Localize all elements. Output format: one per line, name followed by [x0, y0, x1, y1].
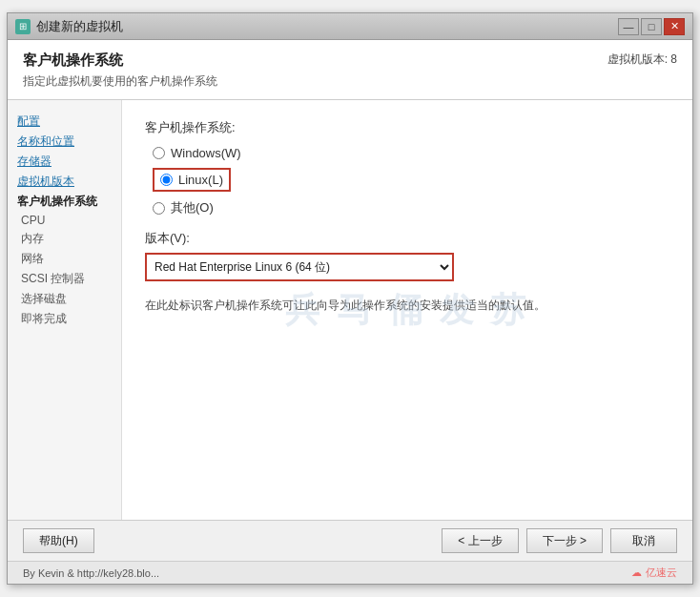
sidebar-item-name-location[interactable]: 名称和位置: [17, 132, 112, 152]
radio-windows-label: Windows(W): [171, 146, 241, 160]
radio-other[interactable]: 其他(O): [153, 199, 669, 216]
main-panel: 兵 马 俑 发 苏 客户机操作系统: Windows(W) Linux(L): [122, 100, 692, 520]
cancel-button[interactable]: 取消: [610, 528, 677, 553]
sidebar-item-scsi[interactable]: SCSI 控制器: [17, 269, 112, 289]
radio-linux-label: Linux(L): [178, 173, 223, 187]
content-area: 配置 名称和位置 存储器 虚拟机版本 客户机操作系统 CPU 内存 网络 SCS…: [8, 100, 692, 520]
os-radio-group: Windows(W) Linux(L) 其他(O): [153, 146, 669, 216]
sidebar-item-storage[interactable]: 存储器: [17, 152, 112, 172]
sidebar-item-peizhi[interactable]: 配置: [17, 112, 112, 132]
description-text: 在此处标识客户机操作系统可让此向导为此操作系统的安装提供适当的默认值。: [145, 297, 669, 315]
sidebar-item-network[interactable]: 网络: [17, 249, 112, 269]
os-section-label: 客户机操作系统:: [145, 119, 669, 136]
credit-text: By Kevin & http://kely28.blo...: [23, 567, 159, 579]
logo-text: 亿速云: [646, 566, 677, 580]
main-window: ⊞ 创建新的虚拟机 — □ ✕ 客户机操作系统 指定此虚拟机要使用的客户机操作系…: [7, 12, 693, 585]
radio-windows-input[interactable]: [153, 147, 165, 159]
minimize-button[interactable]: —: [618, 18, 639, 35]
radio-linux[interactable]: Linux(L): [153, 168, 669, 192]
header-area: 客户机操作系统 指定此虚拟机要使用的客户机操作系统 虚拟机版本: 8: [8, 40, 692, 100]
prev-button[interactable]: < 上一步: [442, 528, 518, 553]
close-button[interactable]: ✕: [664, 18, 685, 35]
sidebar-item-cpu[interactable]: CPU: [17, 212, 112, 229]
radio-other-input[interactable]: [153, 202, 165, 215]
help-button[interactable]: 帮助(H): [23, 528, 94, 553]
nav-buttons: < 上一步 下一步 > 取消: [442, 528, 677, 553]
page-subtitle: 指定此虚拟机要使用的客户机操作系统: [23, 73, 217, 90]
logo-icon: ☁: [631, 566, 642, 579]
radio-windows[interactable]: Windows(W): [153, 146, 669, 160]
vm-version-label: 虚拟机版本: 8: [607, 51, 677, 68]
window-title: 创建新的虚拟机: [36, 18, 123, 35]
next-button[interactable]: 下一步 >: [526, 528, 603, 553]
page-title: 客户机操作系统: [23, 51, 217, 70]
header-title-block: 客户机操作系统 指定此虚拟机要使用的客户机操作系统: [23, 51, 217, 90]
radio-linux-input[interactable]: [160, 174, 173, 186]
sidebar: 配置 名称和位置 存储器 虚拟机版本 客户机操作系统 CPU 内存 网络 SCS…: [8, 100, 122, 520]
sidebar-item-memory[interactable]: 内存: [17, 229, 112, 249]
title-controls: — □ ✕: [618, 18, 685, 35]
version-section: 版本(V): Red Hat Enterprise Linux 6 (64 位)…: [145, 230, 669, 281]
title-bar-left: ⊞ 创建新的虚拟机: [15, 18, 123, 35]
linux-highlight-box: Linux(L): [153, 168, 231, 192]
maximize-button[interactable]: □: [641, 18, 662, 35]
sidebar-item-guest-os[interactable]: 客户机操作系统: [17, 192, 112, 212]
app-icon: ⊞: [15, 19, 31, 34]
logo-area: ☁ 亿速云: [631, 566, 677, 580]
sidebar-item-finish[interactable]: 即将完成: [17, 309, 112, 329]
footer-bottom: By Kevin & http://kely28.blo... ☁ 亿速云: [8, 561, 692, 584]
sidebar-item-vm-version[interactable]: 虚拟机版本: [17, 172, 112, 192]
footer: 帮助(H) < 上一步 下一步 > 取消: [8, 520, 692, 561]
version-select[interactable]: Red Hat Enterprise Linux 6 (64 位) Red Ha…: [147, 255, 452, 279]
title-bar: ⊞ 创建新的虚拟机 — □ ✕: [8, 13, 692, 40]
version-label: 版本(V):: [145, 230, 669, 247]
version-select-highlight: Red Hat Enterprise Linux 6 (64 位) Red Ha…: [145, 253, 454, 281]
radio-other-label: 其他(O): [171, 199, 214, 216]
sidebar-item-disk[interactable]: 选择磁盘: [17, 289, 112, 309]
